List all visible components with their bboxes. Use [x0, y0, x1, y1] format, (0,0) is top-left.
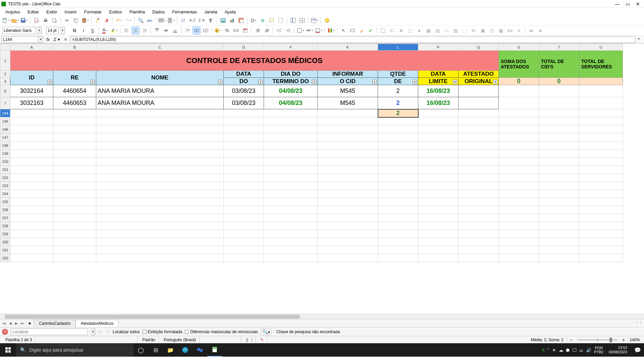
col-header-Q[interactable]: Q: [459, 44, 499, 51]
sort-button[interactable]: [179, 16, 187, 24]
green-header-serv[interactable]: TOTAL DE SERVIDORES: [579, 51, 623, 78]
green-header-cids[interactable]: TOTAL DE CID'S: [539, 51, 579, 78]
tray-weather-icon[interactable]: ☀: [552, 348, 556, 353]
row-header[interactable]: 145: [0, 117, 10, 125]
row-header[interactable]: 155: [0, 198, 10, 206]
function-wizard-button[interactable]: fx: [44, 36, 52, 43]
minimize-button[interactable]: —: [615, 1, 620, 7]
font-name-input[interactable]: [2, 27, 36, 34]
menu-inserir[interactable]: Inserir: [61, 9, 80, 15]
row-header[interactable]: 151: [0, 166, 10, 174]
col-header-F[interactable]: F: [264, 44, 318, 51]
row-header[interactable]: 154: [0, 190, 10, 198]
filter-arrow-id[interactable]: ▾: [48, 80, 52, 84]
underline-button[interactable]: S: [89, 26, 97, 35]
filter-arrow-re[interactable]: ▾: [91, 80, 95, 84]
peach-soma[interactable]: 0: [499, 78, 539, 85]
find-options-button[interactable]: 🔍▾: [261, 328, 272, 335]
th-limite-top[interactable]: DATA: [418, 71, 459, 78]
menu-estilos[interactable]: Estilos: [106, 9, 125, 15]
th-data-top[interactable]: DATA: [224, 71, 264, 78]
find-close-button[interactable]: ✕: [2, 329, 8, 335]
tray-k-icon[interactable]: k: [542, 348, 544, 352]
cell-re[interactable]: 4460654: [53, 85, 96, 97]
col-header-T[interactable]: T: [539, 44, 579, 51]
cell-atestado[interactable]: [459, 97, 499, 109]
find-format-checkbox[interactable]: Exibição formatada: [143, 329, 182, 334]
cell-nome[interactable]: ANA MARIA MOURA: [96, 85, 224, 97]
taskbar-explorer[interactable]: 📁: [163, 343, 178, 357]
line-color-icon[interactable]: [358, 26, 366, 35]
italic-button[interactable]: I: [79, 26, 88, 35]
cell-dia[interactable]: 04/08/23: [264, 85, 318, 97]
status-selection-mode[interactable]: ▯⎹: [243, 336, 256, 343]
zoom-value[interactable]: 140%: [628, 338, 642, 342]
clone-formatting-button[interactable]: [94, 16, 102, 24]
row-header-1[interactable]: 1: [0, 51, 10, 71]
expand-formula-bar-button[interactable]: ▼: [637, 37, 642, 42]
row-header[interactable]: 157: [0, 214, 10, 222]
col-header-B[interactable]: B: [53, 44, 96, 51]
filter-arrow-atestado[interactable]: ▾: [493, 80, 497, 84]
row-header[interactable]: 147: [0, 133, 10, 141]
page-icon[interactable]: ▭: [442, 26, 450, 35]
name-box[interactable]: [1, 36, 38, 43]
tray-dropbox-icon[interactable]: ⬢: [566, 348, 570, 353]
tab-next-button[interactable]: ▶: [13, 320, 19, 326]
menu-planilha[interactable]: Planilha: [126, 9, 148, 15]
undo-button[interactable]: ↶: [115, 16, 123, 24]
open-button[interactable]: [11, 16, 19, 24]
subtotal-cell[interactable]: 2: [378, 109, 418, 117]
name-box-dropdown[interactable]: ▾: [38, 36, 43, 43]
peach-serv[interactable]: [579, 78, 623, 85]
col-header-C[interactable]: C: [96, 44, 224, 51]
filter-arrow-nome[interactable]: ▾: [218, 80, 222, 84]
col-header-K[interactable]: K: [318, 44, 378, 51]
special-char-button[interactable]: Ω: [250, 16, 258, 24]
find-all-button[interactable]: Localizar todos: [113, 329, 140, 334]
th-id[interactable]: ID▾: [10, 71, 53, 85]
select-all-corner[interactable]: [0, 44, 10, 51]
currency-button[interactable]: $: [214, 26, 222, 35]
scrollbar-thumb[interactable]: [5, 315, 300, 319]
menu-ferramentas[interactable]: Ferramentas: [169, 9, 201, 15]
print-button[interactable]: [42, 16, 50, 24]
row-header[interactable]: 161: [0, 246, 10, 254]
hyperlink-button[interactable]: ⊕: [259, 16, 267, 24]
row-header[interactable]: 152: [0, 174, 10, 182]
green-header-soma[interactable]: SOMA DOS ATESTADOS: [499, 51, 539, 78]
sheet-grid[interactable]: A B C D F K L P Q S T U 1 CONTROLE DE AT…: [0, 44, 644, 314]
align-vcenter-button[interactable]: [162, 26, 170, 35]
percent-button[interactable]: %: [223, 26, 231, 35]
th-re[interactable]: RE▾: [53, 71, 96, 85]
decrease-indent-button[interactable]: [275, 26, 283, 35]
new-doc-button[interactable]: [2, 16, 10, 24]
sort-asc-button[interactable]: A↓Z: [189, 16, 197, 24]
border-style-button[interactable]: [306, 26, 314, 35]
row-header[interactable]: 148: [0, 141, 10, 149]
time-icon[interactable]: ◷: [488, 26, 496, 35]
status-mode[interactable]: Padrão: [139, 336, 159, 343]
status-sheet-count[interactable]: Planilha 2 de 3: [2, 336, 36, 343]
increase-indent-button[interactable]: [284, 26, 292, 35]
column-headers[interactable]: A B C D F K L P Q S T U: [0, 44, 623, 51]
more-button[interactable]: »: [536, 26, 544, 35]
merge-cells-button[interactable]: [193, 26, 201, 35]
th-atestado-top[interactable]: ATESTADO: [459, 71, 499, 78]
row-header[interactable]: 7: [0, 97, 10, 109]
th-dia-bot[interactable]: TERMINO DO▾: [264, 78, 318, 85]
tray-monitor-icon[interactable]: 🖵: [572, 348, 577, 353]
sum-button[interactable]: Σ ▾: [53, 36, 60, 43]
row-header-144[interactable]: 144: [0, 109, 10, 117]
filter-arrow-cid[interactable]: ▾: [372, 80, 377, 84]
cell-data[interactable]: 03/08/23: [224, 85, 264, 97]
equals-button[interactable]: =: [62, 36, 69, 43]
cell-qtde[interactable]: 2: [378, 97, 418, 109]
col-header-U[interactable]: U: [579, 44, 623, 51]
th-qtde-top[interactable]: QTDE: [378, 71, 418, 78]
status-language[interactable]: Português (Brasil): [160, 336, 200, 343]
cell-cid[interactable]: M545: [318, 97, 378, 109]
skip-prev-icon[interactable]: ⏮: [527, 26, 535, 35]
row-header[interactable]: 146: [0, 125, 10, 133]
th-cid-top[interactable]: INFORMAR: [318, 71, 378, 78]
